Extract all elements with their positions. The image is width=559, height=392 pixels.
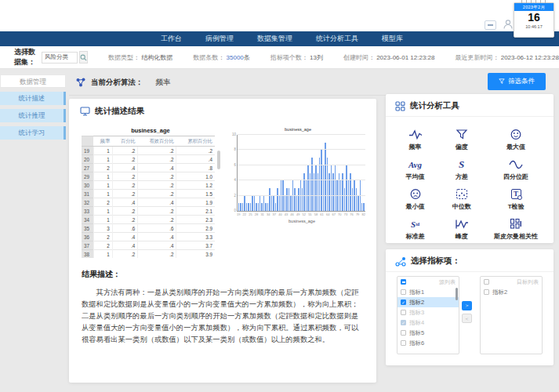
main-navbar: 工作台 病例管理 数据集管理 统计分析工具 模型库 bbox=[0, 31, 559, 46]
checkbox[interactable] bbox=[401, 299, 406, 305]
indicator-panel-title: 选择指标项： bbox=[411, 256, 460, 267]
current-algorithm-row: 当前分析算法： 频率 bbox=[75, 74, 171, 90]
list-item[interactable]: 指标2 bbox=[397, 297, 459, 307]
checkbox[interactable] bbox=[401, 310, 406, 315]
list-item[interactable]: 指标6 bbox=[397, 338, 459, 348]
tool-label: 四分位距 bbox=[503, 172, 528, 181]
calendar-day: 16 bbox=[514, 11, 554, 24]
kurtosis-icon bbox=[455, 217, 469, 230]
checkbox[interactable] bbox=[401, 289, 406, 295]
description-text: 其方法有两种：一是从类别顺序的开始一方向类别顺序的最后一方累加频数（定距数据和定… bbox=[82, 287, 364, 345]
list-item[interactable]: 指标2 bbox=[481, 287, 542, 297]
source-list: 源列表 指标1 指标2 指标3 指标4 指标5 指标6 bbox=[397, 276, 459, 354]
select-all-checkbox[interactable] bbox=[401, 279, 406, 285]
algorithm-value: 频率 bbox=[156, 78, 171, 88]
tool-median[interactable]: 中位数 bbox=[438, 181, 485, 211]
dataset-select-input[interactable] bbox=[42, 52, 78, 64]
table-row: 291.2.21.0 bbox=[82, 172, 215, 181]
table-row: 341.2.22.3 bbox=[82, 216, 215, 224]
tool-kurtosis[interactable]: 峰度 bbox=[438, 211, 485, 241]
t-test-icon: T bbox=[511, 189, 521, 199]
nav-item-dataset-management[interactable]: 数据集管理 bbox=[257, 34, 292, 44]
tool-label: 斯皮尔曼相关性 bbox=[494, 232, 538, 241]
source-list-title: 源列表 bbox=[439, 278, 456, 286]
meta-value: 2023-06-12 12:23:28 bbox=[501, 54, 559, 61]
table-row: 381.2.23.9 bbox=[82, 250, 215, 259]
tools-panel-title: 统计分析工具 bbox=[410, 100, 459, 111]
tool-min[interactable]: 最小值 bbox=[392, 181, 438, 211]
max-face-icon bbox=[510, 128, 522, 141]
result-panel-header: 统计描述结果 bbox=[69, 99, 376, 122]
sidebar-item-statistical-learning[interactable]: 统计学习 bbox=[0, 126, 66, 140]
tool-label: 最小值 bbox=[406, 202, 425, 211]
list-scrollbar-thumb[interactable] bbox=[456, 288, 458, 300]
table-row: 272.4.4.8 bbox=[82, 164, 215, 172]
tool-max[interactable]: 最大值 bbox=[485, 122, 547, 151]
meta-updated-time: 最近更新时间： 2023-06-12 12:23:28 bbox=[455, 53, 559, 62]
indicator-panel-header: 选择指标项： bbox=[386, 249, 554, 272]
list-item[interactable]: 指标3 bbox=[397, 307, 459, 318]
calendar-month: 2023年2月 bbox=[514, 3, 554, 11]
user-avatar-icon[interactable] bbox=[502, 18, 514, 31]
checkbox[interactable] bbox=[401, 330, 406, 336]
move-left-button[interactable]: ＜ bbox=[462, 314, 472, 323]
checkbox[interactable] bbox=[484, 289, 489, 295]
chart-title: business_age bbox=[229, 127, 367, 132]
nav-item-workbench[interactable]: 工作台 bbox=[161, 34, 182, 44]
dataset-search-button[interactable] bbox=[79, 51, 88, 64]
top-header: 2023年2月 16 10:46:17 bbox=[0, 0, 559, 31]
result-panel: 统计描述结果 business_age 频率百分比有效百分比累积百分比 191.… bbox=[69, 99, 376, 383]
filter-condition-button[interactable]: 筛选条件 bbox=[488, 73, 546, 90]
minimize-button[interactable] bbox=[485, 20, 496, 30]
min-face-icon bbox=[409, 187, 422, 201]
table-row: 362.4.43.3 bbox=[82, 233, 215, 241]
frequency-table: 频率百分比有效百分比累积百分比 191.2.2.2201.2.2.4272.4.… bbox=[82, 136, 215, 258]
tool-label: 方差 bbox=[456, 172, 468, 181]
select-all-checkbox[interactable] bbox=[484, 279, 489, 285]
meta-indicator-count: 指标项个数： 13列 bbox=[270, 53, 323, 62]
meta-value: 结构化数据 bbox=[141, 54, 172, 61]
tool-skewness[interactable]: 偏度 bbox=[438, 122, 485, 151]
tool-frequency[interactable]: 频率 bbox=[392, 122, 438, 151]
description-title: 结果描述： bbox=[82, 269, 364, 280]
funnel-shape-icon bbox=[456, 128, 468, 141]
list-item[interactable]: 指标5 bbox=[397, 328, 459, 338]
freq-table-header-row: 频率百分比有效百分比累积百分比 bbox=[82, 136, 215, 147]
tool-mean[interactable]: Avg 平均值 bbox=[392, 151, 438, 181]
meta-label: 创建时间： bbox=[343, 54, 375, 61]
tool-iqr[interactable]: 四分位距 bbox=[485, 151, 547, 181]
tool-variance[interactable]: S 方差 bbox=[438, 151, 485, 181]
tool-spearman[interactable]: 斯皮尔曼相关性 bbox=[485, 211, 547, 241]
checkbox[interactable] bbox=[401, 320, 406, 325]
sidebar-item-statistical-description[interactable]: 统计描述 bbox=[0, 92, 66, 105]
tool-label: 标准差 bbox=[406, 232, 425, 241]
meta-label: 数据类型： bbox=[108, 54, 140, 61]
target-list-header: 目标列表 bbox=[481, 277, 542, 287]
list-item[interactable]: 指标4 bbox=[397, 318, 459, 328]
sidebar-item-statistical-inference[interactable]: 统计推理 bbox=[0, 109, 66, 122]
meta-row-count: 数据条数： 35000条 bbox=[193, 53, 249, 62]
nav-item-model-library[interactable]: 模型库 bbox=[382, 34, 403, 44]
table-row: 372.4.43.7 bbox=[82, 241, 215, 250]
move-right-button[interactable]: ＞ bbox=[462, 301, 472, 310]
tools-grid: 频率 偏度 最大值 Avg 平均值 S 方差 四分位距 bbox=[386, 117, 554, 245]
sidebar-item-data-management[interactable]: 数据管理 bbox=[0, 74, 66, 88]
checkbox[interactable] bbox=[401, 340, 406, 346]
table-title: business_age bbox=[82, 127, 220, 134]
nav-item-case-management[interactable]: 病例管理 bbox=[205, 34, 234, 44]
nav-item-statistical-tools[interactable]: 统计分析工具 bbox=[316, 34, 358, 44]
tool-label: 偏度 bbox=[456, 143, 468, 151]
tool-label: 最大值 bbox=[506, 143, 525, 151]
avg-glyph-icon: Avg bbox=[408, 158, 422, 171]
tool-std-dev[interactable]: Std 标准差 bbox=[392, 211, 438, 241]
calendar-rings-icon bbox=[521, 0, 548, 3]
table-row: 331.2.22.1 bbox=[82, 207, 215, 216]
chart-x-axis-label: business_age bbox=[237, 219, 367, 223]
algorithm-label: 当前分析算法： bbox=[91, 78, 143, 88]
tool-t-test[interactable]: T T检验 bbox=[485, 181, 547, 211]
table-scrollbar-thumb[interactable] bbox=[217, 151, 220, 169]
table-row: 311.2.21.5 bbox=[82, 190, 215, 198]
histogram-xticks: 1922252831343740434649525558616467707376… bbox=[237, 212, 365, 216]
s-glyph-icon: S bbox=[459, 158, 464, 171]
list-item[interactable]: 指标1 bbox=[397, 287, 459, 297]
